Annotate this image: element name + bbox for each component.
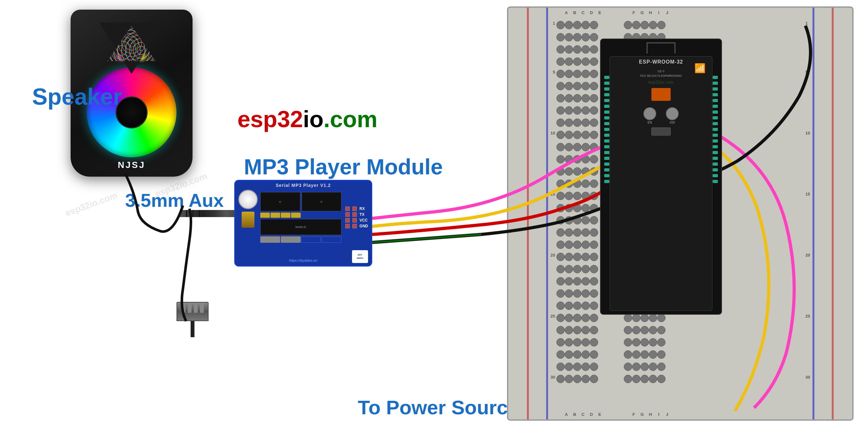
table-row (556, 19, 804, 31)
bb-right-red-rail (832, 8, 834, 420)
esp32-left-pins (604, 76, 609, 183)
bb-row-number: 1 (553, 21, 555, 26)
mp3-logo: DIYables (352, 250, 368, 263)
bb-col-labels-top: A B C D E F G H I J (562, 10, 671, 15)
website-green: .com (323, 106, 377, 132)
bb-row-number: 10 (551, 131, 555, 136)
mp3-pin-labels: RX TX VCC GND (344, 190, 368, 245)
bb-left-blue-rail (546, 8, 548, 420)
bb-row-number: 5 (553, 70, 555, 75)
esp32-chip (651, 88, 671, 101)
bb-row-number: 25 (551, 314, 555, 319)
website-black: io (303, 106, 323, 132)
bb-row-number: 20 (805, 253, 810, 258)
table-row (556, 373, 804, 385)
esp32-buttons: EN IO0 (643, 107, 679, 124)
bb-row-number: 10 (805, 131, 810, 136)
table-row (556, 336, 804, 348)
bb-right-blue-rail (812, 8, 814, 420)
pin-gnd: GND (360, 224, 368, 228)
esp32-chip-module: ESP-WROOM-32 📶 CE © FCC 9D:2AC72:ESPWROO… (610, 56, 712, 311)
mp3-board-title: Serial MP3 Player V1.2 (235, 181, 371, 189)
bb-left-red-rail (527, 8, 529, 420)
bb-row-number: 1 (805, 21, 808, 26)
diagram-container: NJSJ Speaker 3.5mm Aux (0, 0, 868, 430)
mp3-module-label: MP3 Player Module (244, 154, 443, 179)
mp3-board: Serial MP3 Player V1.2 IC IC (234, 180, 372, 266)
esp32-en-label: EN (643, 121, 656, 124)
esp32-antenna (647, 42, 676, 54)
watermark-1: esp32io.com (64, 190, 119, 218)
website-label: esp32io.com (238, 106, 377, 132)
pin-rx: RX (360, 206, 365, 211)
esp32-io0-label: IO0 (666, 121, 679, 124)
table-row (556, 324, 804, 336)
pin-tx: TX (360, 212, 364, 217)
pin-vcc: VCC (360, 218, 367, 223)
bb-row-number: 25 (805, 314, 810, 319)
table-row (556, 348, 804, 361)
speaker-brand-label: NJSJ (118, 160, 145, 170)
bb-row-number: 15 (805, 192, 810, 197)
bb-row-number: 15 (551, 192, 555, 197)
bb-row-number: 5 (805, 70, 808, 75)
esp32-module: ESP-WROOM-32 📶 CE © FCC 9D:2AC72:ESPWROO… (600, 38, 722, 315)
bb-row-number: 30 (551, 375, 555, 380)
esp32-wifi-icon: 📶 (694, 63, 706, 74)
esp32-watermark: esp32io.com (648, 80, 674, 85)
table-row (556, 361, 804, 373)
bb-row-number: 20 (551, 253, 555, 258)
bb-row-number: 30 (805, 375, 810, 380)
esp32-usb-port (651, 127, 671, 136)
bb-col-labels-bottom: A B C D E F G H I J (562, 412, 671, 417)
website-red: esp32 (238, 106, 303, 132)
esp32-right-pins (713, 76, 718, 183)
power-label: To Power Source (358, 396, 519, 419)
speaker-label: Speaker (32, 84, 122, 110)
mp3-board-url: https://diyables.io/ (289, 259, 317, 262)
esp32-label: ESP-WROOM-32 (639, 59, 683, 65)
usb-connector (167, 302, 218, 337)
esp32-io0-button[interactable] (666, 107, 679, 120)
esp32-cert-text: CE © FCC 9D:2AC72:ESPWROOM32 (640, 69, 682, 78)
esp32-en-button[interactable] (643, 107, 656, 120)
